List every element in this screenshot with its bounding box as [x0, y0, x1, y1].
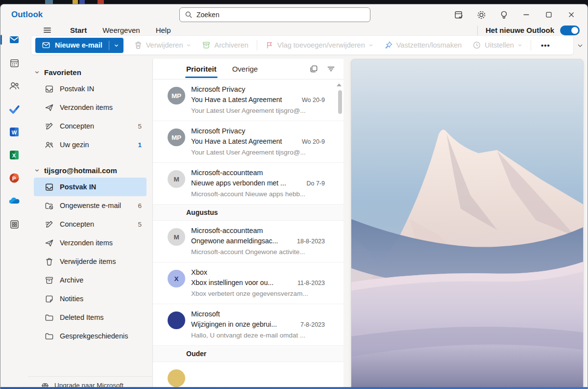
- avatar: X: [168, 270, 185, 287]
- sidebar-item-verzonden-fav[interactable]: Verzonden items: [34, 98, 147, 117]
- titlebar: Outlook: [0, 4, 588, 25]
- rail-calendar-button[interactable]: [6, 54, 22, 71]
- svg-text:X: X: [12, 153, 16, 158]
- excel-icon: X: [8, 149, 20, 161]
- notes-icon: [45, 294, 54, 304]
- tab-help[interactable]: Help: [155, 25, 172, 35]
- folder-label: Verwijderde items: [60, 258, 116, 265]
- sidebar-item-concepten[interactable]: Concepten 5: [34, 215, 147, 233]
- rail-excel-button[interactable]: X: [6, 147, 22, 163]
- favorites-header[interactable]: Favorieten: [28, 65, 152, 79]
- tab-overige[interactable]: Overige: [232, 65, 258, 73]
- sidebar-item-verzonden[interactable]: Verzonden items: [34, 233, 147, 252]
- message-preview: Your Latest User Agreement tijsgro@...: [191, 105, 325, 116]
- sidebar-item-concepten-fav[interactable]: Concepten 5: [34, 117, 147, 135]
- pin-button[interactable]: Vastzetten/losmaken: [379, 41, 467, 50]
- account-header[interactable]: tijsgro@hotmail.com: [28, 163, 152, 178]
- message-preview: Hallo, U ontvangt deze e-mail omdat ...: [191, 330, 325, 340]
- snooze-label: Uitstellen: [485, 41, 514, 49]
- rail-word-button[interactable]: W: [6, 124, 22, 140]
- sidebar-item-verwijderde[interactable]: Verwijderde items: [34, 252, 147, 271]
- new-outlook-toggle[interactable]: [560, 26, 580, 35]
- avatar-initials: M: [173, 233, 179, 241]
- rail-powerpoint-button[interactable]: P: [6, 170, 22, 186]
- folder-label: Uw gezin: [60, 141, 89, 149]
- folder-icon: [45, 332, 54, 341]
- lightbulb-icon: [499, 10, 509, 20]
- rail-mail-button[interactable]: [6, 31, 22, 48]
- folder-label: Archive: [60, 276, 83, 284]
- rail-apps-button[interactable]: [6, 216, 22, 233]
- select-all-icon[interactable]: [309, 64, 318, 74]
- rail-onedrive-button[interactable]: [6, 193, 22, 209]
- message-row[interactable]: MP Microsoft Privacy You Have a Latest A…: [153, 121, 343, 163]
- tips-button[interactable]: [492, 4, 515, 25]
- sidebar-item-gesprekgeschiedenis[interactable]: Gesprekgeschiedenis: [34, 327, 147, 345]
- filter-icon[interactable]: [326, 64, 336, 74]
- tab-start[interactable]: Start: [69, 25, 88, 35]
- collapse-ribbon-button[interactable]: [577, 42, 584, 49]
- my-day-button[interactable]: [447, 4, 470, 25]
- inbox-icon: [45, 84, 54, 94]
- chevron-down-icon: [577, 42, 584, 49]
- message-row[interactable]: M Microsoft-accountteam Nieuwe apps verb…: [153, 163, 343, 205]
- message-row-partial[interactable]: [153, 362, 343, 389]
- flag-button[interactable]: Vlag toevoegen/verwijderen: [260, 41, 379, 50]
- minimize-icon: [522, 10, 531, 19]
- message-date: 18-8-2023: [297, 236, 325, 247]
- minimize-button[interactable]: [515, 4, 538, 25]
- sidebar-item-postvak-in-fav[interactable]: Postvak IN: [34, 79, 147, 98]
- new-mail-dropdown[interactable]: [109, 38, 123, 53]
- folder-label: Postvak IN: [60, 85, 94, 93]
- sidebar-item-ongewenste[interactable]: Ongewenste e-mail 6: [34, 196, 147, 215]
- rail-todo-button[interactable]: [6, 101, 22, 117]
- avatar-initials: MP: [172, 134, 181, 141]
- scrollbar-thumb[interactable]: [338, 90, 342, 114]
- message-preview: Xbox verbetert onze gegevensverzam...: [191, 288, 325, 299]
- snooze-button[interactable]: Uitstellen: [467, 41, 528, 50]
- sidebar-item-postvak-in[interactable]: Postvak IN: [34, 178, 147, 196]
- close-button[interactable]: [560, 4, 583, 25]
- more-commands-button[interactable]: •••: [534, 41, 557, 50]
- sidebar-item-uw-gezin[interactable]: Uw gezin 1: [34, 135, 147, 154]
- message-text: Microsoft-accountteam Ongewone aanmeldin…: [191, 226, 325, 262]
- sidebar-item-deleted-items[interactable]: Deleted Items: [34, 308, 147, 327]
- search-box[interactable]: [179, 7, 370, 22]
- new-mail-button[interactable]: Nieuwe e-mail: [35, 38, 109, 53]
- new-mail-label: Nieuwe e-mail: [55, 41, 102, 49]
- section-header-ouder: Ouder: [153, 346, 343, 362]
- sidebar-item-archive[interactable]: Archive: [34, 271, 147, 289]
- settings-button[interactable]: [470, 4, 492, 25]
- calendar-icon: [9, 57, 20, 69]
- message-sender: Xbox: [191, 267, 325, 278]
- divider: [531, 40, 531, 51]
- avatar: [168, 369, 185, 387]
- rail-people-button[interactable]: [6, 78, 22, 94]
- archive-button[interactable]: Archiveren: [196, 41, 253, 50]
- junk-folder-icon: [45, 201, 54, 210]
- message-row[interactable]: MP Microsoft Privacy You Have a Latest A…: [153, 79, 343, 121]
- hamburger-button[interactable]: [39, 26, 55, 35]
- family-icon: [45, 140, 54, 150]
- maximize-button[interactable]: [538, 4, 560, 25]
- search-input[interactable]: [196, 11, 365, 19]
- tab-weergeven[interactable]: Weergeven: [101, 25, 141, 35]
- tab-prioriteit[interactable]: Prioriteit: [186, 65, 217, 73]
- delete-button[interactable]: Verwijderen: [128, 41, 197, 50]
- message-row[interactable]: X Xbox Xbox instellingen voor ou...11-8-…: [153, 262, 343, 304]
- message-subject: Xbox instellingen voor ou...: [191, 278, 273, 288]
- sidebar-item-notities[interactable]: Notities: [34, 289, 147, 308]
- new-mail-split-button[interactable]: Nieuwe e-mail: [35, 38, 123, 53]
- folder-count: 6: [138, 202, 142, 209]
- message-date: Wo 20-9: [302, 95, 325, 105]
- avatar-initials: X: [174, 275, 178, 283]
- message-row[interactable]: M Microsoft-accountteam Ongewone aanmeld…: [153, 221, 343, 262]
- folder-label: Postvak IN: [60, 183, 96, 191]
- account-header-label: tijsgro@hotmail.com: [44, 166, 117, 175]
- chevron-down-icon: [34, 70, 40, 75]
- powerpoint-icon: P: [8, 172, 20, 184]
- scrollbar-up-arrow[interactable]: [337, 83, 342, 86]
- message-row[interactable]: Microsoft Wijzigingen in onze gebrui...7…: [153, 304, 343, 346]
- todo-check-icon: [8, 103, 21, 115]
- word-icon: W: [8, 126, 20, 138]
